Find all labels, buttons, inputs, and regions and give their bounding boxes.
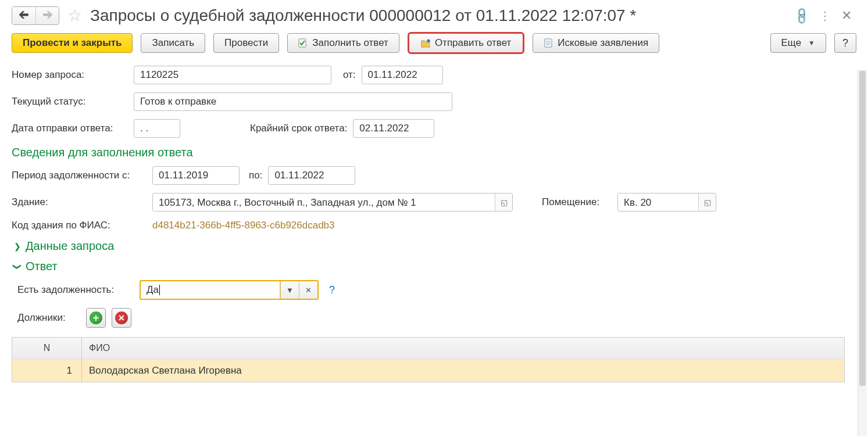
cell-row-number: 1: [12, 359, 82, 382]
nav-forward-button[interactable]: 🡲: [35, 7, 59, 24]
request-number-label: Номер запроса:: [12, 69, 128, 81]
send-answer-label: Отправить ответ: [435, 37, 511, 49]
section-answer-label: Ответ: [26, 260, 58, 273]
section-request-data-toggle[interactable]: ❯ Данные запроса: [14, 239, 856, 253]
from-date-label: от:: [343, 69, 356, 81]
col-header-fio[interactable]: ФИО: [82, 338, 844, 359]
deadline-label: Крайний срок ответа:: [250, 123, 347, 134]
more-vertical-icon[interactable]: ⋮: [819, 9, 831, 23]
nav-history: 🡰 🡲: [12, 6, 59, 25]
command-toolbar: Провести и закрыть Записать Провести Зап…: [0, 30, 868, 60]
nav-back-button[interactable]: 🡰: [12, 7, 35, 24]
col-header-n[interactable]: N: [12, 338, 82, 359]
building-label: Здание:: [12, 196, 147, 208]
more-label: Еще: [781, 37, 802, 49]
section-answer-toggle[interactable]: ❯ Ответ: [14, 260, 856, 273]
has-debt-help-icon[interactable]: ?: [329, 284, 335, 296]
status-input[interactable]: Готов к отправке: [134, 92, 452, 111]
vertical-scrollbar[interactable]: [858, 70, 867, 436]
remove-debtor-button[interactable]: ✕: [112, 308, 131, 328]
has-debt-clear-button[interactable]: ✕: [299, 281, 317, 299]
fias-label: Код здания по ФИАС:: [12, 220, 147, 231]
room-open-button[interactable]: ◱: [698, 194, 716, 211]
deadline-input[interactable]: 02.11.2022: [353, 119, 434, 138]
open-icon: ◱: [501, 198, 508, 207]
document-list-icon: [544, 38, 553, 48]
claims-label: Исковые заявления: [558, 37, 648, 49]
has-debt-dropdown-button[interactable]: ▼: [280, 281, 299, 299]
room-input-group: Кв. 20 ◱: [617, 193, 716, 212]
link-icon[interactable]: 🔗: [791, 5, 812, 26]
favorite-star-icon[interactable]: ☆: [67, 6, 82, 25]
check-document-icon: [298, 38, 308, 48]
status-label: Текущий статус:: [12, 96, 128, 108]
post-button[interactable]: Провести: [213, 33, 279, 53]
close-icon[interactable]: ✕: [841, 8, 852, 23]
help-button[interactable]: ?: [834, 33, 856, 53]
room-label: Помещение:: [542, 196, 612, 208]
has-debt-select[interactable]: Да ▼ ✕: [140, 280, 319, 300]
scrollbar-thumb[interactable]: [859, 71, 866, 386]
chevron-down-icon: ❯: [13, 263, 22, 270]
window-controls: 🔗 ⋮ ✕: [794, 8, 852, 23]
clear-icon: ✕: [305, 286, 312, 295]
has-debt-text: Да: [147, 284, 159, 296]
more-button[interactable]: Еще ▼: [770, 33, 826, 53]
chevron-right-icon: ❯: [14, 242, 21, 251]
send-answer-button[interactable]: Отправить ответ: [408, 32, 524, 54]
open-icon: ◱: [704, 198, 711, 207]
fias-value: d4814b21-366b-4ff5-8963-c6b926dcadb3: [152, 220, 335, 231]
chevron-down-icon: ▼: [808, 39, 815, 47]
arrow-left-icon: 🡰: [19, 9, 29, 22]
claims-button[interactable]: Исковые заявления: [533, 33, 659, 53]
room-input[interactable]: Кв. 20: [618, 194, 698, 212]
send-date-label: Дата отправки ответа:: [12, 123, 128, 134]
debtors-table-header: N ФИО: [12, 338, 844, 359]
has-debt-label: Есть задолженность:: [17, 284, 134, 296]
chevron-down-icon: ▼: [286, 286, 294, 295]
post-label: Провести: [224, 37, 268, 49]
save-button[interactable]: Записать: [141, 33, 205, 53]
building-input[interactable]: 105173, Москва г., Восточный п., Западна…: [153, 194, 495, 212]
text-cursor: [159, 285, 160, 295]
x-icon: ✕: [115, 311, 128, 324]
plus-icon: +: [90, 311, 102, 324]
building-input-group: 105173, Москва г., Восточный п., Западна…: [152, 193, 513, 212]
app-window: 🡰 🡲 ☆ Запросы о судебной задолженности 0…: [0, 0, 868, 437]
from-date-input[interactable]: 01.11.2022: [362, 66, 443, 84]
debtors-table: N ФИО 1 Володарская Светлана Игоревна: [12, 337, 845, 382]
save-label: Записать: [152, 37, 194, 49]
post-and-close-button[interactable]: Провести и закрыть: [12, 33, 133, 53]
fill-answer-label: Заполнить ответ: [312, 37, 388, 49]
add-debtor-button[interactable]: +: [86, 308, 106, 328]
arrow-right-icon: 🡲: [42, 9, 53, 22]
section-request-data-label: Данные запроса: [26, 239, 114, 253]
debt-period-from-label: Период задолженности с:: [12, 170, 147, 181]
post-and-close-label: Провести и закрыть: [23, 37, 122, 49]
window-header: 🡰 🡲 ☆ Запросы о судебной задолженности 0…: [0, 0, 868, 30]
send-date-input[interactable]: . .: [134, 119, 180, 138]
window-title: Запросы о судебной задолженности 0000000…: [90, 6, 788, 25]
debt-period-to-label: по:: [249, 170, 262, 181]
has-debt-value: Да: [141, 281, 280, 299]
debtors-label: Должники:: [17, 312, 80, 324]
debt-period-from-input[interactable]: 01.11.2019: [152, 166, 240, 185]
fill-answer-button[interactable]: Заполнить ответ: [287, 33, 399, 53]
building-open-button[interactable]: ◱: [495, 194, 512, 211]
cell-fio: Володарская Светлана Игоревна: [82, 359, 844, 382]
debt-period-to-input[interactable]: 01.11.2022: [268, 166, 355, 185]
section-answer-info-heading: Сведения для заполнения ответа: [12, 146, 856, 159]
table-row[interactable]: 1 Володарская Светлана Игоревна: [12, 359, 844, 382]
request-number-input[interactable]: 1120225: [134, 66, 331, 84]
form-content: Номер запроса: 1120225 от: 01.11.2022 Те…: [0, 60, 868, 427]
folder-send-icon: [421, 38, 430, 48]
help-label: ?: [842, 37, 848, 49]
